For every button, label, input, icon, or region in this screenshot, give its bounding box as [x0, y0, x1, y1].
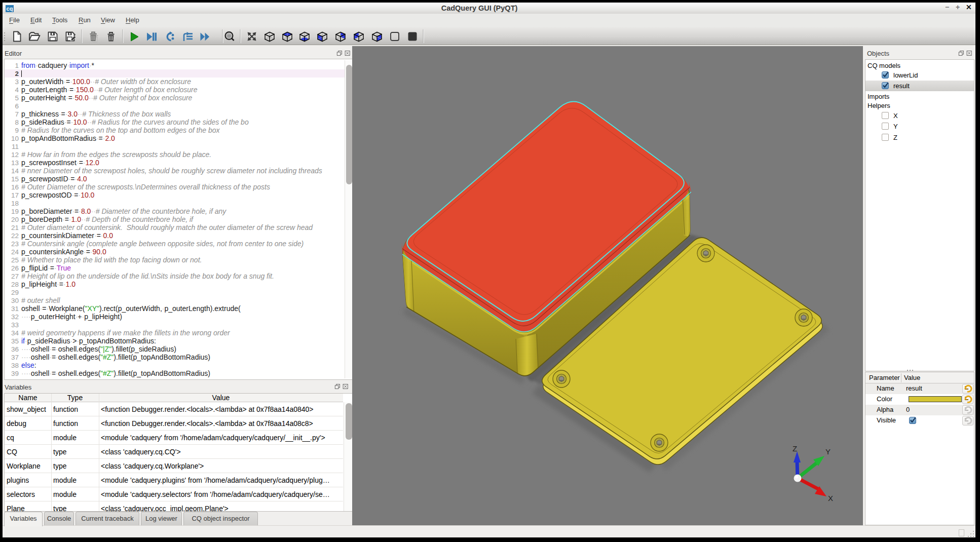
svg-text:Z: Z [793, 444, 797, 453]
svg-text:X: X [828, 494, 833, 502]
svg-text:Y: Y [825, 447, 831, 456]
